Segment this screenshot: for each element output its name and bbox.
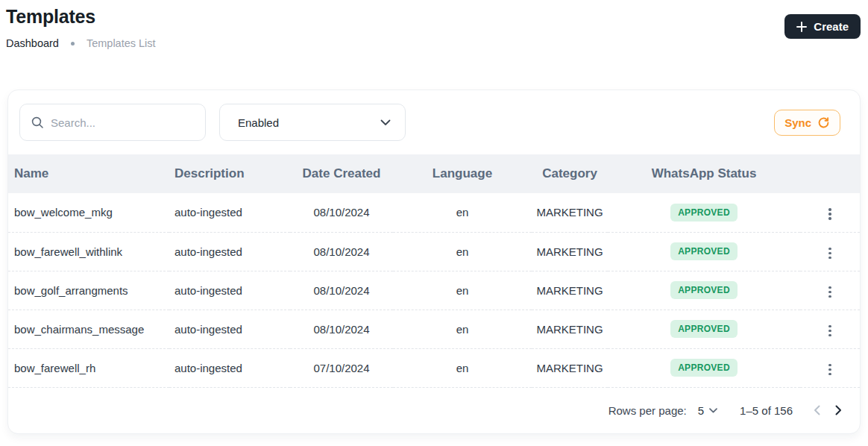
column-header-description: Description xyxy=(169,154,290,193)
templates-table: Name Description Date Created Language C… xyxy=(8,154,860,388)
page-header-left: Templates Dashboard Templates List xyxy=(6,6,156,49)
breadcrumb-separator-dot xyxy=(71,42,75,45)
row-menu-button[interactable] xyxy=(823,282,837,303)
status-badge: APPROVED xyxy=(670,359,738,377)
cell-whatsapp-status: APPROVED xyxy=(608,232,800,271)
cell-name: bow_chairmans_message xyxy=(8,310,169,348)
cell-actions xyxy=(800,193,860,232)
cell-date-created: 08/10/2024 xyxy=(290,310,393,348)
status-badge: APPROVED xyxy=(670,281,738,299)
row-menu-button[interactable] xyxy=(823,321,837,342)
cell-category: MARKETING xyxy=(532,271,608,310)
cell-language: en xyxy=(393,232,532,271)
cell-description: auto-ingested xyxy=(169,193,290,232)
pagination-range-label: 1–5 of 156 xyxy=(740,404,793,417)
status-filter-select[interactable]: Enabled xyxy=(219,104,406,141)
cell-description: auto-ingested xyxy=(169,232,290,271)
chevron-left-icon xyxy=(814,405,820,415)
rows-per-page-value: 5 xyxy=(698,404,704,417)
search-icon xyxy=(31,116,44,129)
table-row: bow_chairmans_message auto-ingested 08/1… xyxy=(8,310,860,348)
cell-category: MARKETING xyxy=(532,232,608,271)
column-header-name: Name xyxy=(8,154,169,193)
cell-actions xyxy=(800,348,860,387)
column-header-whatsapp-status: WhatsApp Status xyxy=(608,154,800,193)
cell-description: auto-ingested xyxy=(169,348,290,387)
cell-language: en xyxy=(393,193,532,232)
cell-date-created: 08/10/2024 xyxy=(290,232,393,271)
cell-date-created: 07/10/2024 xyxy=(290,348,393,387)
refresh-icon xyxy=(817,116,830,129)
cell-language: en xyxy=(393,271,532,310)
table-row: bow_farewell_withlink auto-ingested 08/1… xyxy=(8,232,860,271)
create-button-label: Create xyxy=(814,20,849,33)
search-input[interactable] xyxy=(51,116,195,129)
cell-name: bow_welcome_mkg xyxy=(8,193,169,232)
sync-button-label: Sync xyxy=(784,116,811,129)
breadcrumb-item-current: Templates List xyxy=(87,37,156,49)
breadcrumb-item-dashboard[interactable]: Dashboard xyxy=(6,37,59,49)
status-badge: APPROVED xyxy=(670,204,738,222)
templates-card: Enabled Sync Name Description Date Creat… xyxy=(7,89,861,434)
breadcrumb: Dashboard Templates List xyxy=(6,37,156,49)
cell-description: auto-ingested xyxy=(169,310,290,348)
cell-whatsapp-status: APPROVED xyxy=(608,271,800,310)
toolbar: Enabled Sync xyxy=(8,90,860,154)
column-header-date-created: Date Created xyxy=(290,154,393,193)
cell-whatsapp-status: APPROVED xyxy=(608,193,800,232)
status-filter-value: Enabled xyxy=(238,116,279,129)
chevron-down-icon xyxy=(380,119,391,126)
column-header-language: Language xyxy=(393,154,532,193)
create-button[interactable]: Create xyxy=(784,14,861,39)
previous-page-button[interactable] xyxy=(811,402,823,418)
cell-date-created: 08/10/2024 xyxy=(290,193,393,232)
chevron-down-icon xyxy=(709,408,717,413)
cell-name: bow_farewell_rh xyxy=(8,348,169,387)
cell-name: bow_farewell_withlink xyxy=(8,232,169,271)
rows-per-page-label: Rows per page: xyxy=(608,404,687,417)
sync-button[interactable]: Sync xyxy=(774,110,840,136)
cell-actions xyxy=(800,310,860,348)
table-row: bow_farewell_rh auto-ingested 07/10/2024… xyxy=(8,348,860,387)
cell-category: MARKETING xyxy=(532,193,608,232)
row-menu-button[interactable] xyxy=(823,359,837,380)
cell-category: MARKETING xyxy=(532,348,608,387)
cell-language: en xyxy=(393,348,532,387)
rows-per-page-select[interactable]: 5 xyxy=(698,404,717,417)
table-row: bow_welcome_mkg auto-ingested 08/10/2024… xyxy=(8,193,860,232)
cell-category: MARKETING xyxy=(532,310,608,348)
cell-language: en xyxy=(393,310,532,348)
cell-name: bow_golf_arrangments xyxy=(8,271,169,310)
column-header-actions xyxy=(800,154,860,193)
page-title: Templates xyxy=(6,6,156,28)
table-header-row: Name Description Date Created Language C… xyxy=(8,154,860,193)
cell-description: auto-ingested xyxy=(169,271,290,310)
status-badge: APPROVED xyxy=(670,242,738,260)
search-box xyxy=(19,104,206,141)
status-badge: APPROVED xyxy=(670,320,738,338)
cell-actions xyxy=(800,271,860,310)
cell-whatsapp-status: APPROVED xyxy=(608,310,800,348)
cell-date-created: 08/10/2024 xyxy=(290,271,393,310)
column-header-category: Category xyxy=(532,154,608,193)
cell-whatsapp-status: APPROVED xyxy=(608,348,800,387)
table-row: bow_golf_arrangments auto-ingested 08/10… xyxy=(8,271,860,310)
pagination-bar: Rows per page: 5 1–5 of 156 xyxy=(8,388,860,433)
row-menu-button[interactable] xyxy=(823,204,837,224)
page-header: Templates Dashboard Templates List Creat… xyxy=(0,0,868,49)
chevron-right-icon xyxy=(835,405,842,415)
row-menu-button[interactable] xyxy=(823,243,837,264)
next-page-button[interactable] xyxy=(832,402,845,418)
cell-actions xyxy=(800,232,860,271)
plus-icon xyxy=(796,22,807,32)
table-header: Name Description Date Created Language C… xyxy=(8,154,860,193)
